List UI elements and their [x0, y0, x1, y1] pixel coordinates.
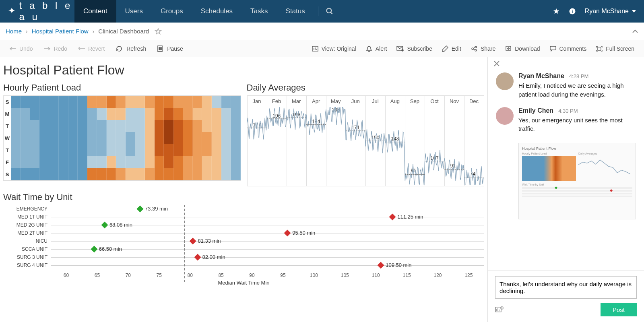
svg-rect-20 — [598, 47, 601, 50]
close-comments-button[interactable] — [488, 57, 644, 70]
nav-status[interactable]: Status — [277, 0, 314, 23]
post-button[interactable]: Post — [601, 303, 637, 316]
comment-text: Hi Emily, I noticed we are seeing a high… — [518, 81, 636, 99]
download-button[interactable]: Download — [501, 44, 544, 54]
svg-point-14 — [475, 46, 477, 48]
favorite-star-icon[interactable] — [155, 28, 162, 35]
toolbar: Undo Redo Revert Refresh Pause View: Ori… — [0, 40, 644, 57]
undo-icon — [10, 46, 16, 51]
collapse-icon[interactable] — [632, 29, 638, 33]
comment-time: 4:30 PM — [558, 108, 578, 114]
nav-divider — [318, 6, 318, 16]
username-text: Ryan McShane — [585, 8, 629, 15]
breadcrumb-home[interactable]: Home — [6, 28, 22, 35]
heatmap-chart[interactable]: SMTWTFS — [3, 95, 241, 181]
refresh-button[interactable]: Refresh — [112, 44, 150, 54]
comment-text: Yes, our emergency unit sees the most tr… — [518, 116, 636, 134]
heatmap-panel: Hourly Patient Load SMTWTFS — [3, 83, 241, 186]
dashboard-title: Hospital Patient Flow — [3, 63, 484, 78]
svg-point-12 — [402, 50, 403, 51]
alert-button[interactable]: Alert — [362, 44, 391, 54]
pause-icon — [157, 45, 164, 52]
snapshot-thumbnail[interactable]: Hospital Patient Flow Hourly Patient Loa… — [518, 143, 636, 219]
comment-input-area: Post — [488, 270, 644, 322]
pause-button[interactable]: Pause — [153, 44, 187, 54]
close-icon — [493, 60, 500, 67]
line-panel: Daily Averages JanFebMarAprMayJunJulAugS… — [247, 83, 485, 186]
comment-item: Ryan McShane 4:28 PM Hi Emily, I noticed… — [488, 70, 644, 105]
refresh-icon — [116, 45, 123, 52]
chart-row-top: Hourly Patient Load SMTWTFS Daily Averag… — [3, 83, 484, 186]
comment-time: 4:28 PM — [569, 73, 588, 79]
content-area: Hospital Patient Flow Hourly Patient Loa… — [0, 57, 644, 322]
view-icon — [312, 46, 318, 52]
avatar — [496, 107, 514, 125]
wait-chart[interactable]: EMERGENCY73.39 minMED 1T UNIT111.25 minM… — [3, 205, 484, 293]
nav-right: i Ryan McShane — [553, 8, 644, 15]
view-button[interactable]: View: Original — [308, 44, 360, 54]
svg-line-1 — [330, 12, 332, 14]
pencil-icon — [442, 45, 448, 52]
svg-point-13 — [472, 48, 473, 50]
breadcrumb-sep: › — [26, 28, 28, 35]
nav-tasks[interactable]: Tasks — [242, 0, 277, 23]
svg-point-0 — [326, 8, 331, 13]
comment-item: Emily Chen 4:30 PM Yes, our emergency un… — [488, 105, 644, 139]
avatar — [496, 72, 514, 90]
revert-button[interactable]: Revert — [74, 44, 109, 54]
redo-icon — [44, 46, 50, 51]
nav-schedules[interactable]: Schedules — [192, 0, 242, 23]
breadcrumb-project[interactable]: Hospital Patient Flow — [32, 28, 89, 35]
redo-button[interactable]: Redo — [40, 44, 71, 54]
svg-point-15 — [475, 50, 477, 51]
nav-groups[interactable]: Groups — [152, 0, 192, 23]
svg-line-16 — [473, 47, 475, 48]
comment-input[interactable] — [495, 276, 637, 299]
user-menu[interactable]: Ryan McShane — [585, 8, 636, 15]
svg-rect-5 — [159, 47, 160, 50]
wait-panel: Wait Time by Unit EMERGENCY73.39 minMED … — [3, 192, 484, 293]
comments-button[interactable]: Comments — [546, 44, 591, 54]
attach-snapshot-icon[interactable] — [495, 306, 504, 314]
tableau-logo-icon — [7, 6, 15, 17]
fullscreen-button[interactable]: Full Screen — [592, 44, 638, 54]
svg-rect-6 — [161, 47, 161, 50]
comments-panel: Ryan McShane 4:28 PM Hi Emily, I noticed… — [487, 57, 644, 322]
nav-content[interactable]: Content — [74, 0, 116, 23]
heatmap-title: Hourly Patient Load — [3, 83, 241, 93]
undo-button[interactable]: Undo — [6, 44, 37, 54]
top-nav: t a b l e a u Content Users Groups Sched… — [0, 0, 644, 23]
share-button[interactable]: Share — [467, 44, 500, 54]
dashboard: Hospital Patient Flow Hourly Patient Loa… — [0, 57, 487, 322]
edit-button[interactable]: Edit — [438, 44, 465, 54]
logo[interactable]: t a b l e a u — [0, 0, 74, 23]
chevron-down-icon — [632, 10, 636, 12]
toolbar-right: View: Original Alert Subscribe Edit Shar… — [308, 44, 638, 54]
info-icon[interactable]: i — [569, 8, 576, 15]
subscribe-button[interactable]: Subscribe — [392, 44, 436, 54]
download-icon — [505, 45, 512, 52]
comment-author: Emily Chen — [518, 107, 553, 114]
breadcrumb: Home › Hospital Patient Flow › Clinical … — [0, 23, 644, 40]
revert-icon — [78, 46, 85, 52]
brand-text: t a b l e a u — [19, 0, 74, 23]
comment-author: Ryan McShane — [518, 72, 564, 80]
star-icon[interactable] — [553, 8, 560, 15]
nav-users[interactable]: Users — [116, 0, 152, 23]
share-icon — [471, 45, 477, 52]
bell-icon — [366, 45, 372, 52]
search-icon[interactable] — [326, 7, 334, 15]
breadcrumb-sep: › — [93, 28, 95, 35]
svg-line-17 — [473, 49, 475, 50]
svg-rect-19 — [550, 46, 556, 50]
svg-rect-35 — [495, 307, 501, 312]
wait-title: Wait Time by Unit — [3, 192, 484, 202]
line-chart[interactable]: JanFebMarAprMayJunJulAugSepOctNovDec1771… — [247, 95, 485, 186]
breadcrumb-current: Clinical Dashboard — [98, 28, 149, 35]
line-title: Daily Averages — [247, 83, 485, 93]
fullscreen-icon — [596, 46, 603, 52]
svg-text:i: i — [572, 9, 573, 14]
mail-icon — [396, 46, 404, 52]
comment-icon — [550, 46, 556, 52]
